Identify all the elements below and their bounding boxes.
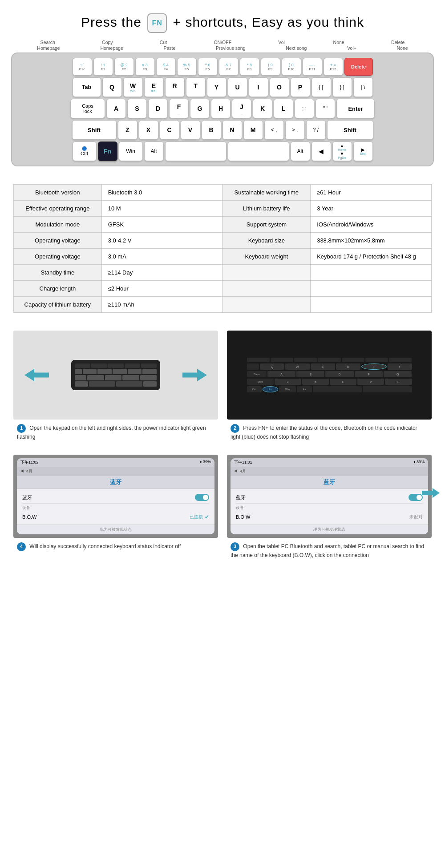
key-right[interactable]: ▶ End — [353, 141, 373, 161]
key-v[interactable]: V — [181, 120, 200, 140]
key-space1[interactable] — [165, 141, 227, 161]
key-n[interactable]: N — [222, 120, 242, 140]
key-b[interactable]: B — [202, 120, 221, 140]
key-row-bottom: 🔵 Ctrl Fn Win Alt Alt ◀ ▲ Home ▼ PgDn ▶ … — [16, 141, 429, 161]
key-shift-right[interactable]: Shift — [327, 120, 373, 140]
key-u[interactable]: U — [228, 77, 247, 97]
spec-label: Standby time — [14, 265, 102, 281]
arrow-left-icon — [24, 369, 49, 381]
shortcut-next-song: Next song — [286, 45, 307, 51]
key-delete[interactable]: Delete — [344, 58, 373, 76]
key-a[interactable]: A — [106, 99, 126, 118]
key-p[interactable]: P — [291, 77, 310, 97]
key-alt-left[interactable]: Alt — [144, 141, 164, 161]
key-row-fn: ~` Esc ! 1 F1 @ 2 F2 # 3 F3 $ 4 F4 % 5 F… — [16, 58, 429, 76]
spec-label: Capacity of lithium battery — [14, 297, 102, 313]
key-f2[interactable]: @ 2 F2 — [114, 58, 134, 76]
key-f[interactable]: F _ — [169, 99, 189, 118]
key-backslash[interactable]: | \ — [353, 77, 373, 97]
key-shift-left[interactable]: Shift — [72, 120, 117, 140]
key-i[interactable]: I — [249, 77, 268, 97]
key-tab[interactable]: Tab — [73, 77, 101, 97]
step3-image: 下午11:01 ♦ 39% ◀4月 蓝牙 蓝牙 — [227, 455, 432, 538]
key-f12[interactable]: + = F12 — [324, 58, 343, 76]
spec-label: Operating voltage — [14, 249, 102, 265]
key-f11[interactable]: — - F11 — [303, 58, 322, 76]
key-enter[interactable]: Enter — [336, 99, 375, 118]
key-g[interactable]: G — [190, 99, 210, 118]
spec-value-empty — [311, 265, 432, 281]
spec-value: GFSK — [101, 217, 222, 233]
spec-row: Effective operating range 10 M Lithium b… — [14, 201, 432, 217]
key-f8[interactable]: * 8 F8 — [240, 58, 259, 76]
key-z[interactable]: Z — [118, 120, 138, 140]
key-ctrl[interactable]: 🔵 Ctrl — [73, 141, 97, 161]
shortcut-onoff: ON/OFF — [214, 40, 231, 45]
step3-text: 3 Open the tablet PC Bluetooth and searc… — [227, 538, 432, 564]
spec-row: Operating voltage 3.0 mA Keyboard weight… — [14, 249, 432, 265]
key-left[interactable]: ◀ — [312, 141, 331, 161]
key-f7[interactable]: & 7 F7 — [219, 58, 239, 76]
key-x[interactable]: X — [139, 120, 158, 140]
key-o[interactable]: O — [270, 77, 289, 97]
spec-value: IOS/Android/Windows — [311, 217, 432, 233]
key-fn[interactable]: Fn — [98, 141, 117, 161]
key-capslock[interactable]: Capslock — [70, 99, 105, 118]
key-esc[interactable]: ~` Esc — [73, 58, 92, 76]
step4-badge: 4 — [17, 542, 26, 551]
key-y[interactable]: Y — [207, 77, 227, 97]
specs-section: Bluetooth version Bluetooth 3.0 Sustaina… — [0, 180, 445, 326]
key-c[interactable]: C — [160, 120, 179, 140]
spec-value: ≤2 Hour — [101, 281, 222, 297]
spec-label: Effective operating range — [14, 201, 102, 217]
key-quote[interactable]: " ' — [316, 99, 335, 118]
step2-text: 2 Press FN+ to enter the status of the c… — [227, 420, 432, 446]
fn-key-icon: FN — [147, 13, 167, 33]
key-f5[interactable]: % 5 F5 — [177, 58, 197, 76]
key-t[interactable]: T - — [186, 77, 206, 97]
step4-image: 下午11:02 ♦ 39% ◀4月 蓝牙 蓝牙 — [13, 455, 218, 538]
specs-table: Bluetooth version Bluetooth 3.0 Sustaina… — [13, 184, 432, 313]
shortcut-labels-area: Search Copy Cut ON/OFF Vol- None Delete … — [0, 40, 445, 51]
key-semicolon[interactable]: ; : — [295, 99, 314, 118]
key-space2[interactable] — [228, 141, 289, 161]
key-period[interactable]: > . — [285, 120, 305, 140]
shortcut-search: Search — [40, 40, 55, 45]
key-f4[interactable]: $ 4 F4 — [156, 58, 176, 76]
key-d[interactable]: D — [148, 99, 168, 118]
key-alt-right[interactable]: Alt — [291, 141, 310, 161]
key-f9[interactable]: ( 9 F9 — [261, 58, 280, 76]
spec-value: 3.0-4.2 V — [101, 233, 222, 249]
key-q[interactable]: Q — [102, 77, 122, 97]
key-slash[interactable]: ? / — [306, 120, 326, 140]
key-l[interactable]: L — [274, 99, 293, 118]
header-title: Press the FN + shortcuts, Easy as you th… — [81, 15, 364, 29]
instruction-row-1: 1 Open the keypad on the left and right … — [13, 331, 432, 446]
key-k[interactable]: K — [253, 99, 272, 118]
shortcut-bottom-row: Homepage Homepage Paste Previous song Ne… — [17, 45, 428, 51]
key-m[interactable]: M — [243, 120, 263, 140]
spec-label: Charge length — [14, 281, 102, 297]
spec-value-empty — [311, 297, 432, 313]
key-f3[interactable]: # 3 F3 — [135, 58, 155, 76]
spec-value: ≥114 Day — [101, 265, 222, 281]
key-h[interactable]: H — [211, 99, 231, 118]
key-w[interactable]: W Win — [123, 77, 143, 97]
key-f6[interactable]: ^ 6 F6 — [198, 58, 218, 76]
key-f10[interactable]: ) 0 F10 — [282, 58, 301, 76]
keyboard-wrapper: ~` Esc ! 1 F1 @ 2 F2 # 3 F3 $ 4 F4 % 5 F… — [11, 52, 434, 166]
key-win[interactable]: Win — [119, 141, 143, 161]
step1-image — [13, 331, 218, 420]
key-r[interactable]: R - — [165, 77, 185, 97]
key-e[interactable]: E IOS — [144, 77, 164, 97]
shortcut-volminus: Vol- — [278, 40, 286, 45]
key-f1[interactable]: ! 1 F1 — [93, 58, 113, 76]
key-lbracket[interactable]: { [ — [312, 77, 331, 97]
key-j[interactable]: J _ — [232, 99, 251, 118]
key-comma[interactable]: < , — [264, 120, 284, 140]
key-updown[interactable]: ▲ Home ▼ PgDn — [332, 141, 352, 161]
shortcut-homepage2: Homepage — [100, 45, 123, 51]
key-rbracket[interactable]: } ] — [332, 77, 352, 97]
spec-label-empty — [222, 281, 311, 297]
key-s[interactable]: S — [127, 99, 147, 118]
